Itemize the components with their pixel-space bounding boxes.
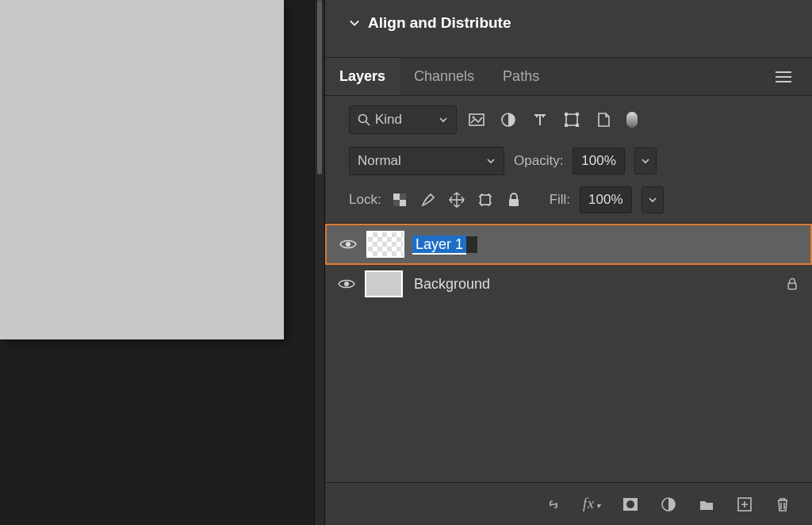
svg-rect-13	[481, 195, 490, 205]
svg-rect-5	[565, 113, 568, 116]
svg-rect-14	[509, 199, 519, 206]
svg-rect-11	[400, 194, 406, 200]
layers-bottom-bar: fx▾	[325, 482, 812, 525]
blend-mode-select[interactable]: Normal	[349, 147, 504, 175]
chevron-down-icon	[439, 115, 448, 125]
blend-row: Normal Opacity: 100%	[325, 142, 812, 182]
new-group-button[interactable]	[698, 496, 715, 513]
eye-icon	[338, 278, 355, 290]
layer-name-edit-wrap: Layer 1	[412, 236, 477, 253]
filter-pixel-icon[interactable]	[468, 111, 485, 128]
fill-label[interactable]: Fill:	[550, 192, 570, 208]
layer-thumbnail[interactable]	[365, 270, 403, 297]
lock-artboard-icon[interactable]	[477, 191, 494, 209]
layer-row[interactable]: Background	[325, 265, 812, 303]
search-icon	[358, 113, 370, 126]
lock-position-icon[interactable]	[448, 191, 465, 209]
filter-kind-label: Kind	[375, 112, 402, 128]
right-panel: Align and Distribute Layers Channels Pat…	[325, 0, 812, 525]
svg-rect-6	[576, 113, 579, 116]
lock-image-icon[interactable]	[419, 191, 437, 209]
add-mask-button[interactable]	[622, 496, 639, 513]
layer-filter-row: Kind	[325, 96, 812, 142]
layers-list: Layer 1 Background	[325, 223, 812, 482]
blend-mode-value: Normal	[358, 153, 401, 169]
canvas-document[interactable]	[0, 0, 284, 339]
svg-rect-7	[565, 124, 568, 127]
filter-smartobject-icon[interactable]	[595, 111, 612, 128]
fill-dropdown[interactable]	[642, 186, 664, 213]
lock-all-icon[interactable]	[505, 191, 523, 209]
chevron-down-icon	[486, 156, 496, 166]
delete-layer-button[interactable]	[774, 496, 791, 513]
layer-thumbnail[interactable]	[366, 231, 404, 258]
chevron-down-icon	[349, 17, 360, 29]
svg-rect-17	[788, 283, 796, 289]
align-disclosure[interactable]: Align and Distribute	[349, 14, 511, 32]
lock-transparent-icon[interactable]	[391, 191, 408, 209]
visibility-toggle[interactable]	[335, 238, 362, 251]
tab-layers[interactable]: Layers	[325, 58, 400, 95]
app-root: Align and Distribute Layers Channels Pat…	[0, 0, 812, 525]
lock-row: Lock: Fill: 100%	[325, 182, 812, 223]
align-title: Align and Distribute	[368, 14, 511, 32]
tab-channels[interactable]: Channels	[400, 58, 488, 95]
layer-name-label[interactable]: Background	[411, 276, 493, 293]
filter-kind-select[interactable]: Kind	[349, 105, 457, 134]
new-layer-button[interactable]	[736, 496, 753, 513]
svg-point-0	[359, 115, 367, 123]
svg-rect-8	[576, 124, 579, 127]
layer-row[interactable]: Layer 1	[325, 224, 812, 265]
new-adjustment-button[interactable]	[660, 496, 677, 513]
fill-field[interactable]: 100%	[580, 186, 631, 213]
hamburger-icon	[776, 71, 791, 82]
opacity-label[interactable]: Opacity:	[514, 153, 563, 169]
filter-shape-icon[interactable]	[563, 111, 580, 128]
svg-rect-12	[393, 200, 400, 206]
svg-rect-9	[393, 194, 400, 200]
panel-menu-button[interactable]	[771, 71, 796, 82]
visibility-toggle[interactable]	[333, 278, 360, 290]
tab-paths[interactable]: Paths	[488, 58, 553, 95]
svg-point-19	[626, 500, 634, 508]
align-and-distribute-section[interactable]: Align and Distribute	[325, 0, 812, 58]
lock-icon	[785, 277, 799, 291]
svg-rect-10	[400, 200, 406, 206]
eye-icon	[339, 238, 357, 251]
layer-name-input[interactable]: Layer 1	[412, 236, 466, 255]
opacity-field[interactable]: 100%	[573, 148, 624, 174]
filter-toggle-switch[interactable]	[626, 112, 638, 128]
filter-adjustment-icon[interactable]	[500, 111, 517, 128]
svg-rect-4	[566, 114, 577, 125]
link-layers-button[interactable]	[545, 496, 562, 513]
opacity-dropdown[interactable]	[634, 148, 657, 174]
chevron-down-icon	[641, 156, 650, 166]
svg-point-15	[346, 242, 350, 247]
svg-point-2	[473, 117, 475, 119]
svg-point-16	[344, 282, 349, 286]
canvas-area[interactable]	[0, 0, 314, 525]
panel-tabs: Layers Channels Paths	[325, 58, 812, 96]
lock-label: Lock:	[349, 192, 381, 208]
panel-resize-gutter[interactable]	[314, 0, 325, 525]
layer-locked-badge[interactable]	[785, 277, 799, 291]
filter-type-icon[interactable]	[531, 111, 549, 128]
chevron-down-icon	[648, 195, 657, 205]
layer-style-button[interactable]: fx▾	[583, 496, 601, 513]
